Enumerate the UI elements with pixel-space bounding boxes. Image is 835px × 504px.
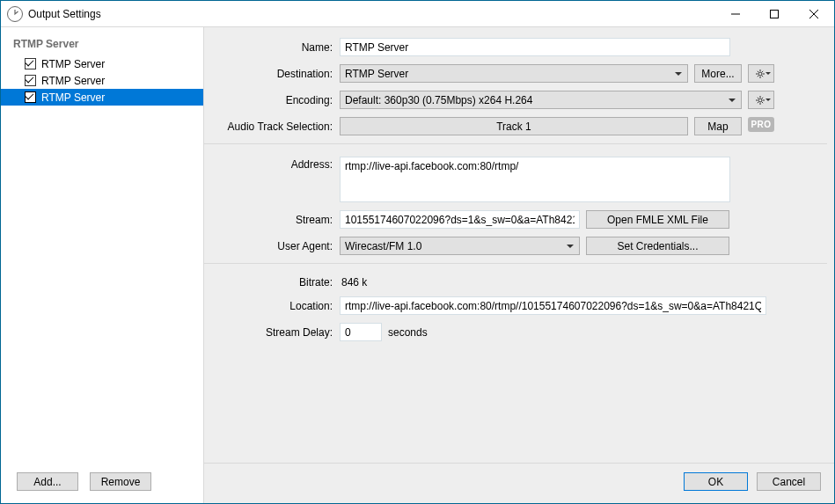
svg-rect-1 xyxy=(771,10,779,18)
open-fmle-button[interactable]: Open FMLE XML File xyxy=(586,210,729,229)
add-button[interactable]: Add... xyxy=(17,472,78,491)
output-item-label: RTMP Server xyxy=(41,75,105,87)
more-button[interactable]: More... xyxy=(694,64,742,83)
window-title: Output Settings xyxy=(28,8,716,20)
address-textarea[interactable] xyxy=(340,157,730,202)
svg-line-11 xyxy=(758,75,758,76)
divider xyxy=(204,143,827,144)
destination-select[interactable]: RTMP Server xyxy=(340,64,688,83)
svg-point-13 xyxy=(758,99,762,102)
audio-track-label: Audio Track Selection: xyxy=(204,121,340,133)
checkbox-icon[interactable] xyxy=(25,91,36,103)
svg-line-10 xyxy=(762,75,763,76)
gear-icon xyxy=(756,95,766,106)
divider xyxy=(204,263,827,264)
titlebar: Output Settings xyxy=(1,1,834,27)
destination-label: Destination: xyxy=(204,68,340,80)
gear-icon xyxy=(756,69,766,79)
checkbox-icon[interactable] xyxy=(25,75,36,86)
checkbox-icon[interactable] xyxy=(25,58,36,69)
maximize-button[interactable] xyxy=(755,1,794,26)
svg-line-19 xyxy=(762,101,763,102)
sidebar: RTMP Server RTMP Server RTMP Server RTMP… xyxy=(1,27,203,503)
set-credentials-button[interactable]: Set Credentials... xyxy=(586,237,729,255)
app-icon xyxy=(7,6,23,22)
sidebar-heading: RTMP Server xyxy=(1,38,203,55)
stream-label: Stream: xyxy=(204,214,340,226)
ok-button[interactable]: OK xyxy=(684,472,748,491)
stream-delay-unit: seconds xyxy=(388,326,428,339)
svg-point-4 xyxy=(758,72,762,76)
user-agent-label: User Agent: xyxy=(204,240,340,252)
output-list: RTMP Server RTMP Server RTMP Server xyxy=(1,55,203,465)
output-item-label: RTMP Server xyxy=(41,58,105,70)
bitrate-label: Bitrate: xyxy=(204,276,340,289)
encoding-select[interactable]: Default: 360p30 (0.75Mbps) x264 H.264 xyxy=(340,91,742,109)
audio-track-button[interactable]: Track 1 xyxy=(340,117,688,135)
stream-input[interactable] xyxy=(340,210,580,229)
svg-line-21 xyxy=(762,97,763,98)
svg-line-12 xyxy=(762,70,763,71)
cancel-button[interactable]: Cancel xyxy=(757,472,821,491)
output-item-label: RTMP Server xyxy=(41,91,105,104)
gear-button[interactable] xyxy=(748,64,774,83)
user-agent-select[interactable]: Wirecast/FM 1.0 xyxy=(340,237,580,255)
output-list-item[interactable]: RTMP Server xyxy=(1,55,203,72)
remove-button[interactable]: Remove xyxy=(90,472,151,491)
bitrate-value: 846 k xyxy=(340,276,367,289)
svg-line-20 xyxy=(758,101,758,102)
minimize-button[interactable] xyxy=(716,1,755,26)
close-button[interactable] xyxy=(794,1,834,26)
svg-line-9 xyxy=(758,70,758,71)
output-list-item[interactable]: RTMP Server xyxy=(1,89,203,106)
output-list-item[interactable]: RTMP Server xyxy=(1,72,203,89)
location-input[interactable] xyxy=(340,296,766,315)
stream-delay-label: Stream Delay: xyxy=(204,326,340,339)
address-label: Address: xyxy=(204,157,340,171)
name-label: Name: xyxy=(204,41,340,54)
stream-delay-input[interactable] xyxy=(340,323,382,341)
svg-line-18 xyxy=(758,97,758,98)
map-button[interactable]: Map xyxy=(694,117,742,135)
name-input[interactable] xyxy=(340,38,730,56)
gear-button[interactable] xyxy=(748,91,774,109)
location-label: Location: xyxy=(204,300,340,312)
encoding-label: Encoding: xyxy=(204,94,340,106)
pro-badge: PRO xyxy=(748,117,774,132)
